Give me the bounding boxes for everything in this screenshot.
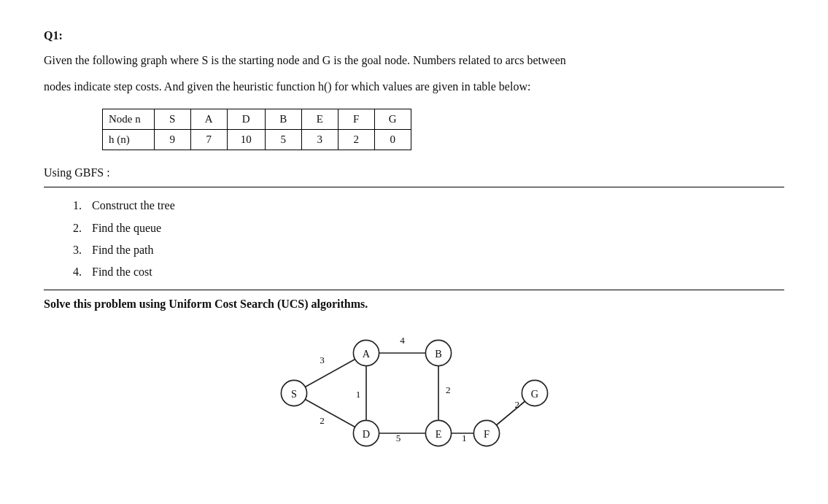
svg-text:2: 2 — [514, 399, 519, 410]
step-item: 3. Find the path — [73, 239, 784, 261]
step-item: 4. Find the cost — [73, 261, 784, 283]
heuristic-table-container: Node nSADBEFG h (n)97105320 — [102, 109, 784, 150]
svg-text:1: 1 — [461, 433, 466, 443]
svg-text:A: A — [362, 347, 370, 359]
svg-text:4: 4 — [400, 335, 405, 346]
svg-text:1: 1 — [355, 388, 360, 399]
svg-text:5: 5 — [395, 433, 401, 443]
question-title: Q1: — [44, 29, 784, 42]
graph-container: 34212512 SABDEFG — [44, 321, 784, 481]
steps-list: 1. Construct the tree2. Find the queue3.… — [73, 195, 784, 284]
solve-title: Solve this problem using Uniform Cost Se… — [44, 298, 784, 311]
step-item: 2. Find the queue — [73, 217, 784, 239]
intro-line-1: Given the following graph where S is the… — [44, 51, 784, 70]
svg-text:D: D — [362, 427, 369, 439]
intro-line-2: nodes indicate step costs. And given the… — [44, 77, 784, 96]
svg-text:E: E — [435, 427, 441, 439]
divider-top — [44, 187, 784, 187]
svg-text:S: S — [291, 387, 297, 399]
heuristic-table: Node nSADBEFG h (n)97105320 — [102, 109, 411, 150]
svg-text:2: 2 — [445, 384, 450, 395]
step-item: 1. Construct the tree — [73, 195, 784, 217]
svg-text:B: B — [435, 347, 442, 359]
gbfs-label: Using GBFS : — [44, 166, 784, 179]
divider-bottom — [44, 290, 784, 290]
intro-text: Given the following graph where S is the… — [44, 51, 784, 96]
svg-text:G: G — [530, 387, 538, 399]
svg-text:F: F — [484, 427, 490, 439]
svg-text:3: 3 — [320, 354, 325, 365]
svg-text:2: 2 — [320, 415, 325, 426]
graph-svg: 34212512 SABDEFG — [225, 321, 604, 481]
